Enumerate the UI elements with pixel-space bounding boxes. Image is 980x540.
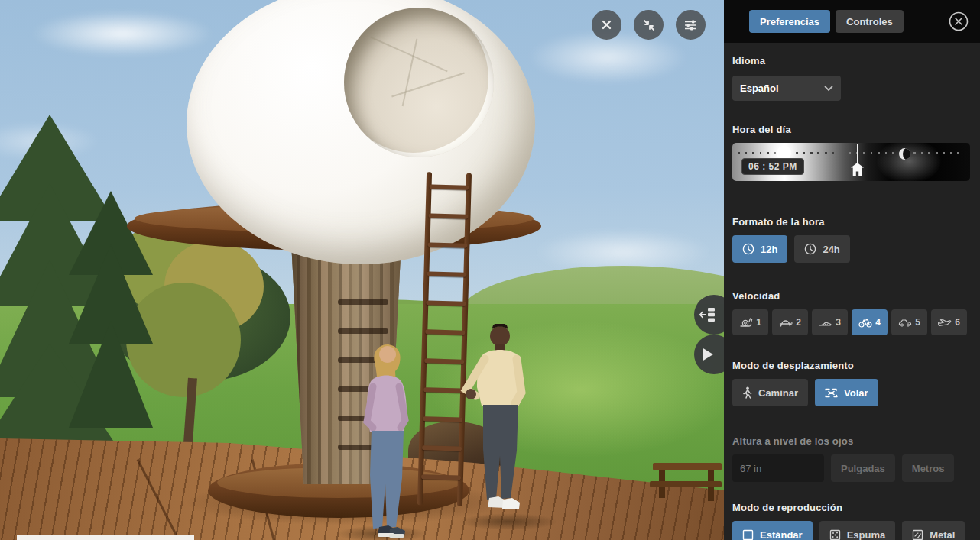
speed-2-text: 2 <box>796 317 801 328</box>
unit-inches-text: Pulgadas <box>841 463 885 474</box>
woman-figure <box>346 341 416 540</box>
speed-4-text: 4 <box>875 317 881 328</box>
render-viewport[interactable] <box>0 0 724 540</box>
home-marker-line <box>857 144 858 163</box>
fly-text: Volar <box>844 387 868 399</box>
render-standard-text: Estándar <box>760 529 803 540</box>
unit-meters-text: Metros <box>912 463 945 474</box>
render-metal-text: Metal <box>930 529 955 540</box>
snail-icon <box>739 317 753 328</box>
panel-close-button[interactable] <box>948 11 969 32</box>
speed-5-button[interactable]: 5 <box>891 309 927 335</box>
trunk-rung <box>338 328 388 334</box>
format-24h-text: 24h <box>823 244 839 255</box>
format-12h-button[interactable]: 12h <box>732 235 787 263</box>
trunk-rung <box>338 299 388 305</box>
eye-height-input[interactable]: 67 in <box>732 454 824 482</box>
movement-mode-label: Modo de desplazamiento <box>732 360 971 371</box>
walk-text: Caminar <box>758 387 798 399</box>
metal-icon <box>912 529 923 540</box>
play-icon <box>701 347 715 362</box>
sliders-icon <box>684 19 697 31</box>
tab-preferencias[interactable]: Preferencias <box>749 10 830 33</box>
render-foam-button[interactable]: Espuma <box>819 521 896 540</box>
close-circle-icon <box>949 11 969 31</box>
unit-meters-button[interactable]: Metros <box>902 454 955 482</box>
render-metal-button[interactable]: Metal <box>902 521 965 540</box>
speed-1-text: 1 <box>756 317 761 328</box>
format-24h-button[interactable]: 24h <box>794 235 849 263</box>
time-value-badge: 06 : 52 PM <box>741 158 804 175</box>
collapse-arrows-icon <box>643 19 655 31</box>
x-icon <box>601 19 612 31</box>
tab-controles[interactable]: Controles <box>836 10 904 33</box>
eye-height-value: 67 in <box>740 463 761 474</box>
eye-height-label: Altura a nivel de los ojos <box>732 435 971 447</box>
speed-6-text: 6 <box>955 317 960 328</box>
fly-mode-button[interactable]: Volar <box>815 379 878 406</box>
square-icon <box>742 529 754 540</box>
man-figure <box>460 324 537 516</box>
language-value: Español <box>740 82 779 94</box>
clock-icon <box>742 243 754 255</box>
app-window: Preferencias Controles Idioma Español Ho… <box>0 0 980 540</box>
speed-4-button[interactable]: 4 <box>852 309 888 335</box>
time-of-day-label: Hora del día <box>732 124 971 135</box>
close-view-button[interactable] <box>592 10 621 40</box>
speed-5-text: 5 <box>915 317 920 328</box>
moon-glow <box>876 143 942 181</box>
home-icon <box>851 163 864 176</box>
render-mode-label: Modo de reproducción <box>732 502 971 513</box>
car-icon <box>898 317 912 328</box>
language-select[interactable]: Español <box>732 76 841 101</box>
speed-3-button[interactable]: 3 <box>812 309 848 335</box>
time-format-label: Formato de la hora <box>732 216 971 228</box>
moon-icon <box>899 148 910 160</box>
bench <box>648 455 724 504</box>
walk-icon <box>742 386 752 399</box>
speed-3-text: 3 <box>836 317 841 328</box>
speed-1-button[interactable]: 1 <box>732 309 768 335</box>
turtle-icon <box>779 317 793 328</box>
drone-icon <box>825 387 838 399</box>
format-12h-text: 12h <box>761 244 777 255</box>
shoe-icon <box>819 317 832 328</box>
render-foam-text: Espuma <box>847 529 886 540</box>
plane-icon <box>938 317 952 328</box>
speed-6-button[interactable]: 6 <box>931 309 967 335</box>
language-label: Idioma <box>732 55 971 66</box>
clock-icon <box>804 243 816 255</box>
cloud <box>31 11 214 57</box>
visual-settings-button[interactable] <box>676 10 706 40</box>
bottom-white-strip <box>17 535 194 540</box>
preferences-panel: Preferencias Controles Idioma Español Ho… <box>724 0 980 540</box>
walk-mode-button[interactable]: Caminar <box>732 379 808 406</box>
collapse-view-button[interactable] <box>634 10 664 40</box>
unit-inches-button[interactable]: Pulgadas <box>831 454 895 482</box>
bicycle-icon <box>858 317 872 328</box>
panel-topbar: Preferencias Controles <box>724 0 980 43</box>
speed-label: Velocidad <box>732 290 971 302</box>
arrow-left-list-icon <box>699 307 716 322</box>
pod-opening <box>344 8 494 157</box>
render-standard-button[interactable]: Estándar <box>732 521 813 540</box>
chevron-down-icon <box>824 86 833 92</box>
speed-2-button[interactable]: 2 <box>772 309 808 335</box>
time-of-day-slider[interactable]: 06 : 52 PM <box>732 143 970 181</box>
foam-icon <box>829 529 841 540</box>
